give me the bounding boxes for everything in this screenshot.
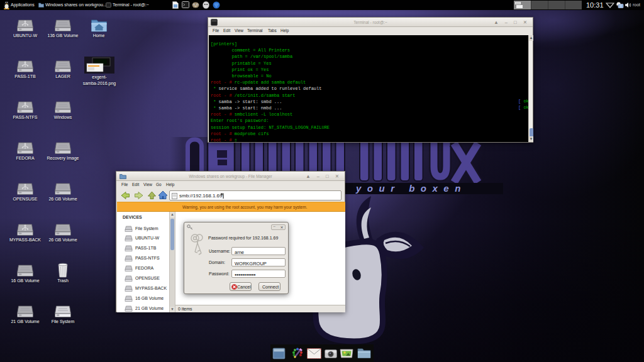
svg-text:your boxen: your boxen bbox=[355, 183, 467, 194]
